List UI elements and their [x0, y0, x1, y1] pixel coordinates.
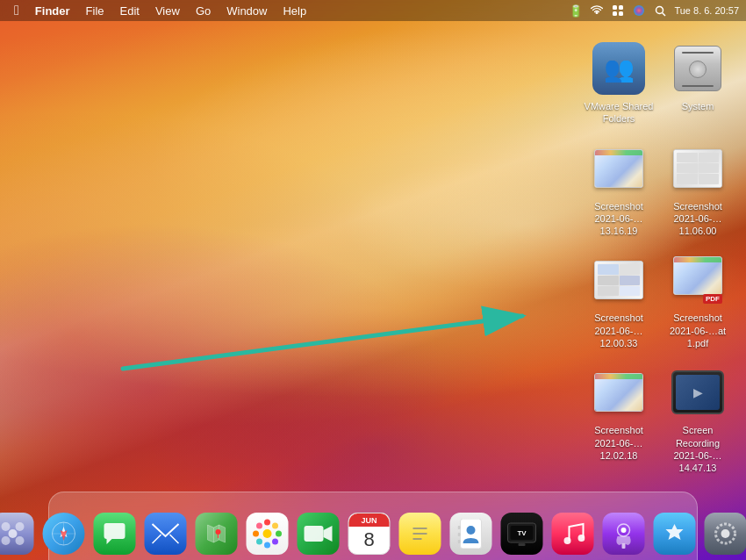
system-drive-label: System	[682, 100, 714, 112]
svg-point-5	[656, 6, 663, 13]
screenshot-pdf-icon[interactable]: PDF Screenshot2021-06-…at 1.pdf	[658, 247, 737, 355]
svg-point-4	[634, 5, 644, 16]
dock-appstore[interactable]	[651, 507, 699, 555]
siri-icon[interactable]	[632, 4, 646, 18]
dock-calendar[interactable]: JUN 8	[346, 507, 393, 555]
dock-system-preferences[interactable]	[702, 507, 747, 555]
dock: JUN 8	[0, 490, 746, 560]
menubar-left:  Finder File Edit View Go Window Help	[7, 3, 569, 19]
screenshot-2-grid	[674, 150, 721, 187]
svg-marker-39	[324, 526, 333, 542]
screenshot-pdf-image: PDF	[670, 252, 726, 308]
svg-point-28	[216, 529, 221, 535]
screenshot-1-icon[interactable]: Screenshot2021-06-…13.16.19	[579, 135, 658, 243]
svg-line-6	[662, 12, 665, 16]
dock-maps-icon	[196, 513, 238, 555]
grid-cell-5	[677, 174, 698, 183]
pdf-wrapper: PDF	[673, 256, 722, 304]
desktop-icons: VMware SharedFolders System Screenshot20…	[570, 26, 746, 490]
grid-cell-12	[620, 286, 641, 296]
control-center-icon[interactable]	[611, 4, 625, 18]
screenshot-4-thumb	[594, 373, 643, 412]
hdd-circle	[689, 61, 707, 78]
dock-safari[interactable]	[40, 507, 88, 555]
grid-cell-1	[677, 153, 698, 162]
help-menu[interactable]: Help	[276, 3, 313, 19]
dock-contacts[interactable]	[448, 507, 495, 555]
dock-messages[interactable]	[91, 507, 139, 555]
svg-line-27	[170, 535, 179, 543]
screenshot-2-icon[interactable]: Screenshot2021-06-…11.06.00	[658, 135, 737, 243]
svg-line-26	[153, 535, 161, 543]
dock-music-icon	[552, 513, 594, 555]
dock-contacts-icon	[450, 513, 492, 555]
svg-point-47	[467, 526, 476, 535]
screenshot-2-thumb	[673, 149, 722, 188]
dock-maps[interactable]	[193, 507, 240, 555]
svg-point-52	[564, 537, 571, 544]
calendar-date-label: 8	[363, 528, 374, 551]
view-menu[interactable]: View	[148, 3, 187, 19]
svg-text:TV: TV	[517, 529, 527, 537]
apple-menu[interactable]: 	[7, 3, 26, 18]
svg-point-18	[16, 536, 25, 545]
svg-point-36	[256, 539, 262, 545]
datetime: Tue 8. 6. 20:57	[674, 5, 739, 16]
grid-cell-4	[699, 163, 720, 173]
pdf-thumb-main	[673, 256, 722, 295]
dock-photos[interactable]	[244, 507, 291, 555]
svg-rect-45	[458, 533, 461, 536]
dock-podcasts[interactable]	[600, 507, 648, 555]
screenshot-4-icon[interactable]: Screenshot2021-06-…12.02.18	[579, 359, 658, 479]
screenshot-3-icon[interactable]: Screenshot2021-06-…12.00.33	[579, 247, 658, 355]
svg-point-16	[16, 522, 25, 531]
svg-point-53	[578, 535, 585, 542]
svg-point-30	[264, 520, 270, 526]
dock-launchpad[interactable]	[0, 507, 37, 555]
dock-tv[interactable]: TV	[499, 507, 546, 555]
dock-notes[interactable]	[397, 507, 444, 555]
grid-cell-8	[620, 264, 641, 274]
screen-recording-icon[interactable]: Screen Recording2021-06-…14.47.13	[658, 359, 737, 479]
grid-cell-9	[598, 276, 619, 285]
menubar-right: 🔋	[569, 4, 739, 18]
dock-facetime[interactable]	[295, 507, 342, 555]
screenshot-3-image	[591, 252, 647, 308]
wifi-icon[interactable]	[590, 4, 604, 18]
system-drive-shape	[671, 42, 724, 95]
system-drive-icon[interactable]: System	[658, 35, 737, 131]
dock-podcasts-icon	[603, 513, 645, 555]
svg-rect-44	[458, 526, 461, 529]
finder-menu[interactable]: Finder	[28, 3, 77, 19]
go-menu[interactable]: Go	[189, 3, 218, 19]
grid-cell-3	[677, 163, 698, 173]
svg-point-33	[276, 531, 282, 537]
dock-notes-icon	[399, 513, 441, 555]
dock-messages-icon	[94, 513, 136, 555]
dock-music[interactable]	[549, 507, 597, 555]
dock-mail[interactable]	[142, 507, 190, 555]
calendar-month-label: JUN	[349, 513, 390, 527]
svg-point-35	[272, 523, 278, 529]
grid-cell-2	[699, 153, 720, 162]
grid-cell-10	[620, 276, 641, 285]
hdd-body	[674, 46, 721, 91]
window-menu[interactable]: Window	[219, 3, 274, 19]
svg-rect-3	[619, 11, 623, 16]
file-menu[interactable]: File	[79, 3, 111, 19]
grid-cell-6	[699, 174, 720, 183]
vmware-shared-folders-icon[interactable]: VMware SharedFolders	[579, 35, 658, 131]
screenshot-4-image	[591, 364, 647, 420]
svg-rect-0	[613, 5, 617, 10]
search-icon[interactable]	[653, 4, 667, 18]
svg-point-34	[256, 523, 262, 529]
edit-menu[interactable]: Edit	[113, 3, 147, 19]
svg-point-15	[2, 522, 11, 531]
grid-cell-7	[598, 264, 619, 274]
dock-facetime-icon	[298, 513, 340, 555]
svg-rect-1	[619, 5, 623, 10]
screenshot-1-image	[591, 140, 647, 197]
screenshot-4-label: Screenshot2021-06-…12.02.18	[583, 424, 655, 462]
icon-row-1: Screenshot2021-06-…13.16.19 Screenshot20…	[579, 135, 737, 243]
svg-point-31	[264, 542, 270, 549]
